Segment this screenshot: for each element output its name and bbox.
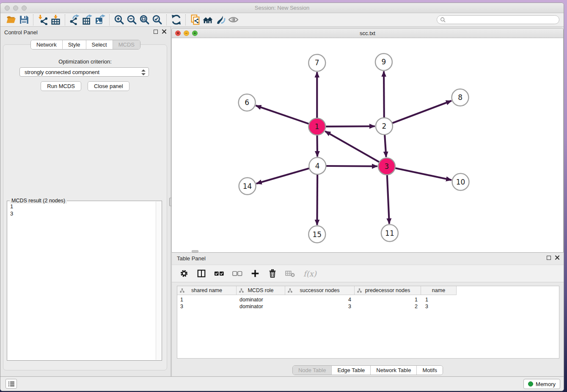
mcds-result-list[interactable]: 1 3 [8, 203, 155, 360]
column-type-icon [288, 288, 292, 293]
status-bar: Memory [0, 376, 564, 391]
search-icon [440, 17, 446, 23]
graph-edge-4-3[interactable] [326, 166, 377, 166]
graph-node-label: 6 [245, 98, 249, 107]
float-panel-icon[interactable] [154, 30, 158, 34]
table-tabs: Node Table Edge Table Network Table Moti… [172, 365, 564, 375]
network-window-titlebar[interactable]: ✕ − + scc.txt [172, 28, 563, 38]
close-panel-icon[interactable] [162, 29, 166, 34]
memory-button[interactable]: Memory [523, 379, 560, 389]
tab-network-table[interactable]: Network Table [371, 366, 417, 375]
app-window: Session: New Session [0, 3, 564, 391]
graph-edge-2-8[interactable] [392, 101, 451, 123]
column-header-predecessor-nodes[interactable]: predecessor nodes [355, 286, 421, 295]
app-titlebar: Session: New Session [0, 3, 564, 13]
column-header-shared-name[interactable]: shared name [177, 286, 237, 295]
home-view-icon[interactable] [201, 14, 214, 26]
column-type-icon [357, 288, 362, 293]
memory-label: Memory [536, 381, 556, 387]
hide-graphics-icon[interactable] [227, 14, 239, 26]
close-table-panel-icon[interactable] [555, 255, 559, 260]
style-preview-icon[interactable] [214, 14, 227, 26]
tab-motifs[interactable]: Motifs [417, 366, 443, 375]
network-table-divider-handle[interactable] [192, 250, 198, 252]
import-network-icon[interactable] [36, 14, 49, 26]
toolbar-separator [166, 14, 167, 25]
zoom-in-icon[interactable] [113, 14, 125, 26]
criterion-select[interactable]: strongly connected component [19, 67, 149, 77]
graph-edge-3-10[interactable] [395, 168, 451, 180]
graph-edge-2-9[interactable] [384, 71, 384, 118]
table-toolbar: f(x) [172, 265, 564, 282]
tab-network[interactable]: Network [31, 40, 63, 49]
control-panel-tabs: Network Style Select MCDS [0, 40, 171, 50]
table-row[interactable]: 3 dominator 3 2 3 [177, 304, 457, 310]
save-session-icon[interactable] [17, 14, 30, 26]
zoom-out-icon[interactable] [125, 14, 138, 26]
tab-edge-table[interactable]: Edge Table [332, 366, 371, 375]
column-header-name[interactable]: name [421, 286, 457, 295]
list-icon [8, 381, 15, 387]
graph-node-label: 3 [385, 162, 389, 171]
graph-node-label: 14 [243, 182, 252, 190]
deselect-all-rows-icon[interactable] [232, 270, 242, 277]
app-title: Session: New Session [0, 5, 564, 11]
network-canvas[interactable]: 1234678910111415 [172, 38, 563, 252]
table-panel: Table Panel [171, 253, 564, 376]
network-graph[interactable]: 1234678910111415 [172, 38, 563, 252]
graph-node-label: 11 [385, 229, 394, 237]
select-all-rows-icon[interactable] [214, 270, 224, 277]
float-table-panel-icon[interactable] [547, 256, 551, 260]
split-columns-icon[interactable] [197, 269, 206, 278]
optimization-criterion-label: Optimization criterion: [3, 58, 167, 65]
graph-edge-4-14[interactable] [256, 168, 309, 183]
graph-edge-3-1[interactable] [325, 131, 379, 162]
table-row[interactable]: 1 dominator 4 1 1 [177, 297, 457, 304]
column-header-mcds-role[interactable]: MCDS role [237, 286, 285, 295]
export-network-icon[interactable] [68, 14, 81, 26]
graph-edge-1-6[interactable] [256, 105, 309, 124]
run-mcds-button[interactable]: Run MCDS [41, 81, 81, 91]
apply-layout-icon[interactable] [170, 14, 182, 26]
graph-node-label: 7 [315, 58, 319, 67]
column-header-successor-nodes[interactable]: successor nodes [285, 286, 355, 295]
table-panel-header: Table Panel [172, 253, 564, 264]
delete-table-icon-disabled [285, 269, 295, 278]
select-stepper-icon [141, 69, 146, 76]
delete-column-icon[interactable] [268, 269, 277, 278]
tab-mcds[interactable]: MCDS [113, 40, 140, 49]
main-area: Control Panel Network Style Select MCDS … [0, 27, 564, 376]
result-scrollbar[interactable] [156, 202, 161, 360]
tab-select[interactable]: Select [86, 40, 113, 49]
mcds-result-item: 3 [10, 210, 155, 217]
graph-edge-4-15[interactable] [317, 174, 317, 225]
graph-edge-1-2[interactable] [325, 126, 375, 127]
export-table-icon[interactable] [81, 14, 94, 26]
close-panel-button[interactable]: Close panel [88, 81, 129, 91]
graph-edge-2-3[interactable] [385, 135, 386, 157]
toolbar-separator [33, 14, 33, 25]
clone-network-icon[interactable] [189, 14, 201, 26]
open-session-icon[interactable] [5, 14, 17, 26]
table-settings-icon[interactable] [179, 269, 189, 278]
graph-node-label: 8 [458, 93, 462, 102]
network-window-title: scc.txt [172, 30, 563, 36]
node-table: shared name MCDS role successor nodes pr… [177, 286, 559, 359]
column-type-icon [239, 288, 244, 293]
search-input[interactable] [446, 16, 559, 23]
task-history-button[interactable] [6, 379, 17, 389]
export-image-icon[interactable] [94, 14, 106, 26]
main-toolbar [0, 13, 564, 27]
tab-node-table[interactable]: Node Table [293, 366, 332, 375]
criterion-selected-value: strongly connected component [25, 69, 99, 75]
zoom-fit-icon[interactable] [138, 14, 151, 26]
graph-edge-1-4[interactable] [317, 135, 317, 157]
search-field[interactable] [437, 15, 559, 24]
graph-edge-3-11[interactable] [387, 175, 389, 224]
toolbar-separator [109, 14, 110, 25]
tab-style[interactable]: Style [63, 40, 86, 49]
import-table-icon[interactable] [49, 14, 62, 26]
graph-node-label: 1 [315, 122, 319, 131]
add-column-icon[interactable] [250, 269, 260, 278]
zoom-selected-icon[interactable] [151, 14, 163, 26]
